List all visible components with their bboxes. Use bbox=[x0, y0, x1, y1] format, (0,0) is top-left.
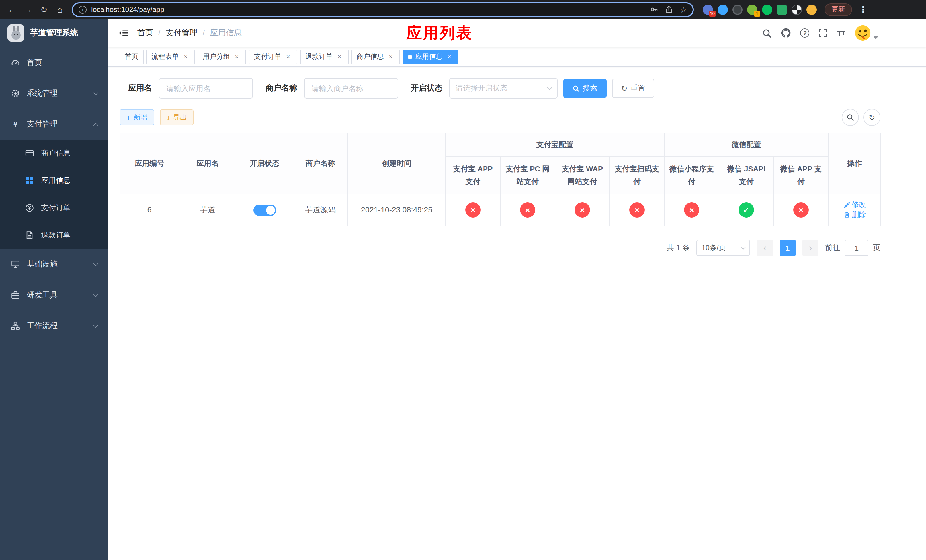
goto-unit: 页 bbox=[873, 243, 881, 253]
caret-down-icon bbox=[874, 36, 878, 39]
cell-created: 2021-10-23 08:49:25 bbox=[348, 194, 446, 226]
tab-close-icon[interactable]: × bbox=[233, 53, 241, 61]
sidebar-item-pay-order[interactable]: 支付订单 bbox=[0, 194, 108, 222]
fullscreen-icon[interactable] bbox=[819, 29, 828, 38]
reset-button[interactable]: ↻ 重置 bbox=[612, 79, 654, 98]
password-key-icon[interactable] bbox=[650, 5, 659, 14]
sidebar-fold-icon[interactable] bbox=[118, 29, 129, 38]
add-button[interactable]: + 新增 bbox=[120, 109, 154, 125]
tab-close-icon[interactable]: × bbox=[284, 53, 292, 61]
cell-alipay-qr: × bbox=[610, 194, 664, 226]
col-header-app-name: 应用名 bbox=[179, 133, 236, 194]
breadcrumb: 首页 支付管理 应用信息 bbox=[137, 28, 242, 38]
cell-merchant: 芋道源码 bbox=[293, 194, 348, 226]
goto-label: 前往 bbox=[825, 243, 840, 253]
avatar bbox=[854, 24, 872, 42]
browser-home-button[interactable]: ⌂ bbox=[52, 2, 67, 17]
app-table: 应用编号 应用名 开启状态 商户名称 创建时间 支付宝配置 微信配置 操作 支付… bbox=[120, 133, 881, 226]
breadcrumb-payment[interactable]: 支付管理 bbox=[153, 28, 198, 38]
add-button-label: 新增 bbox=[133, 112, 147, 122]
user-menu[interactable] bbox=[854, 24, 878, 42]
cell-alipay-wap: × bbox=[555, 194, 610, 226]
font-size-icon[interactable]: TT bbox=[837, 29, 845, 37]
cell-actions: 修改 删除 bbox=[828, 194, 881, 226]
merchant-name-input[interactable] bbox=[304, 78, 398, 98]
cell-alipay-app: × bbox=[446, 194, 500, 226]
toggle-search-button[interactable] bbox=[842, 109, 859, 126]
status-select[interactable]: 请选择开启状态 bbox=[449, 78, 558, 98]
refresh-table-button[interactable]: ↻ bbox=[863, 109, 881, 126]
help-icon[interactable]: ? bbox=[800, 29, 809, 38]
breadcrumb-home[interactable]: 首页 bbox=[137, 28, 153, 38]
extension-icon-2[interactable] bbox=[717, 4, 728, 15]
chevron-up-icon bbox=[94, 123, 98, 128]
tab-close-icon[interactable]: × bbox=[336, 53, 343, 61]
sidebar-item-home[interactable]: 首页 bbox=[0, 47, 108, 78]
sidebar-item-payment[interactable]: ¥ 支付管理 bbox=[0, 109, 108, 139]
extension-icon-5[interactable] bbox=[762, 4, 772, 15]
delete-link[interactable]: 删除 bbox=[843, 210, 866, 219]
col-header-created: 创建时间 bbox=[348, 133, 446, 194]
bookmark-star-icon[interactable]: ☆ bbox=[680, 5, 687, 14]
tab-process-form[interactable]: 流程表单 × bbox=[146, 49, 195, 64]
tab-user-group[interactable]: 用户分组 × bbox=[198, 49, 246, 64]
sidebar-item-label: 首页 bbox=[27, 58, 42, 68]
extension-icon-4[interactable]: 1 bbox=[747, 4, 757, 15]
search-icon[interactable] bbox=[762, 28, 772, 38]
delete-link-label: 删除 bbox=[852, 210, 866, 219]
sidebar-item-label: 支付订单 bbox=[41, 203, 71, 213]
table-row: 6 芋道 芋道源码 2021-10-23 08:49:25 × × × × × … bbox=[120, 194, 881, 226]
extension-icon-7[interactable] bbox=[791, 4, 802, 15]
sidebar-item-workflow[interactable]: 工作流程 bbox=[0, 310, 108, 341]
tab-label: 应用信息 bbox=[415, 52, 442, 62]
extension-icon-6[interactable] bbox=[777, 4, 787, 15]
sidebar-item-infra[interactable]: 基础设施 bbox=[0, 249, 108, 280]
app-name-input[interactable] bbox=[159, 78, 253, 98]
col-header-actions: 操作 bbox=[828, 133, 881, 194]
sidebar-item-label: 支付管理 bbox=[27, 119, 57, 129]
site-info-icon[interactable]: i bbox=[79, 5, 86, 14]
enabled-toggle[interactable] bbox=[253, 204, 276, 216]
refresh-icon: ↻ bbox=[869, 113, 875, 122]
tab-close-icon[interactable]: × bbox=[387, 53, 395, 61]
edit-link[interactable]: 修改 bbox=[843, 200, 866, 210]
tab-pay-order[interactable]: 支付订单 × bbox=[249, 49, 297, 64]
tab-app-info[interactable]: 应用信息 × bbox=[402, 49, 458, 64]
tab-close-icon[interactable]: × bbox=[445, 53, 453, 61]
tab-merchant-info[interactable]: 商户信息 × bbox=[351, 49, 400, 64]
page-size-select[interactable]: 10条/页 bbox=[696, 240, 750, 256]
goto-page-input[interactable] bbox=[844, 240, 869, 256]
app-title: 芋道管理系统 bbox=[30, 28, 78, 38]
extension-badge: 1 bbox=[754, 11, 760, 16]
breadcrumb-current: 应用信息 bbox=[198, 28, 242, 38]
payment-submenu: 商户信息 应用信息 支付订单 退款订单 bbox=[0, 139, 108, 249]
prev-page-button[interactable]: ‹ bbox=[757, 240, 773, 256]
browser-menu-icon[interactable]: ⋮ bbox=[855, 4, 871, 15]
sidebar-item-merchant-info[interactable]: 商户信息 bbox=[0, 139, 108, 167]
extension-icon-3[interactable] bbox=[732, 4, 743, 15]
browser-toolbar: ← → ↻ ⌂ i localhost:1024/pay/app ☆ 10 1 bbox=[0, 0, 926, 19]
sidebar-item-refund-order[interactable]: 退款订单 bbox=[0, 222, 108, 249]
extension-icon-1[interactable]: 10 bbox=[703, 4, 713, 15]
export-button[interactable]: ↓ 导出 bbox=[160, 109, 194, 125]
refund-order-icon bbox=[25, 231, 34, 240]
sidebar-item-system[interactable]: 系统管理 bbox=[0, 78, 108, 109]
browser-update-button[interactable]: 更新 bbox=[825, 3, 852, 16]
address-bar[interactable]: i localhost:1024/pay/app ☆ bbox=[72, 2, 694, 17]
next-page-button[interactable]: › bbox=[802, 240, 819, 256]
cell-app-id: 6 bbox=[120, 194, 179, 226]
extension-icon-8[interactable] bbox=[806, 4, 817, 15]
sidebar-item-devtools[interactable]: 研发工具 bbox=[0, 280, 108, 310]
page-number-1[interactable]: 1 bbox=[780, 240, 796, 256]
sidebar-item-app-info[interactable]: 应用信息 bbox=[0, 167, 108, 194]
search-button[interactable]: 搜索 bbox=[563, 79, 607, 98]
share-icon[interactable] bbox=[665, 5, 673, 14]
github-icon[interactable] bbox=[781, 28, 791, 38]
tab-close-icon[interactable]: × bbox=[182, 53, 190, 61]
tab-refund-order[interactable]: 退款订单 × bbox=[300, 49, 348, 64]
browser-reload-button[interactable]: ↻ bbox=[36, 2, 51, 17]
browser-forward-button[interactable]: → bbox=[21, 2, 35, 17]
url-text: localhost:1024/pay/app bbox=[91, 5, 164, 14]
tab-home[interactable]: 首页 bbox=[120, 49, 144, 64]
browser-back-button[interactable]: ← bbox=[5, 2, 20, 17]
